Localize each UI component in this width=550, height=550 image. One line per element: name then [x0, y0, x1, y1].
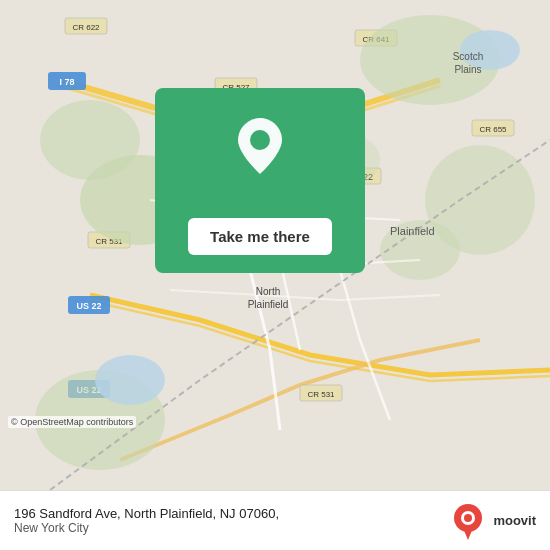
svg-text:CR 655: CR 655	[479, 125, 507, 134]
svg-text:CR 531: CR 531	[307, 390, 335, 399]
bottom-bar: 196 Sandford Ave, North Plainfield, NJ 0…	[0, 490, 550, 550]
svg-text:Plainfield: Plainfield	[390, 225, 435, 237]
svg-text:Plains: Plains	[454, 64, 481, 75]
openstreetmap-credit: © OpenStreetMap contributors	[8, 416, 136, 428]
moovit-label: moovit	[493, 513, 536, 529]
svg-text:Plainfield: Plainfield	[248, 299, 289, 310]
city-text: New York City	[14, 521, 279, 535]
map-area[interactable]: I 78 I 78 US 22 US 22 CR 531 CR 531 CR 5…	[0, 0, 550, 490]
svg-point-24	[40, 100, 140, 180]
svg-point-37	[250, 130, 270, 150]
address-section: 196 Sandford Ave, North Plainfield, NJ 0…	[14, 506, 279, 535]
take-me-there-button[interactable]: Take me there	[188, 218, 332, 255]
svg-text:North: North	[256, 286, 280, 297]
svg-text:US 22: US 22	[76, 301, 101, 311]
svg-point-30	[95, 355, 165, 405]
moovit-logo-icon	[449, 502, 487, 540]
svg-text:Scotch: Scotch	[453, 51, 484, 62]
location-card: Take me there	[155, 88, 365, 273]
map-pin-icon	[234, 116, 286, 180]
moovit-logo: moovit	[449, 502, 536, 540]
address-text: 196 Sandford Ave, North Plainfield, NJ 0…	[14, 506, 279, 521]
svg-point-40	[464, 514, 472, 522]
svg-text:CR 622: CR 622	[72, 23, 100, 32]
svg-text:I 78: I 78	[59, 77, 74, 87]
